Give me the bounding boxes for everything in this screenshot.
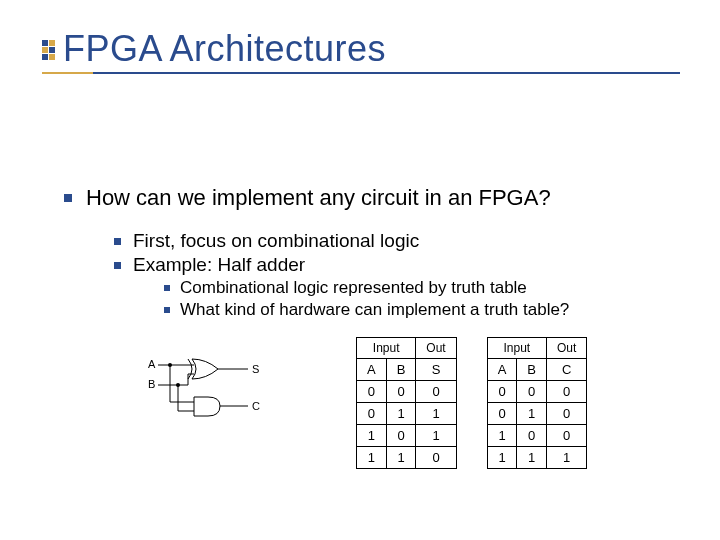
header-out: Out — [547, 338, 587, 359]
bullet-level3: Combinational logic represented by truth… — [164, 278, 720, 298]
table-row: 000 — [487, 381, 587, 403]
title-decoration — [42, 40, 55, 61]
bullet-text: Combinational logic represented by truth… — [180, 278, 527, 298]
truth-tables: Input Out A B S 000 011 101 110 Input Ou… — [356, 337, 587, 469]
col-a: A — [487, 359, 517, 381]
col-c: C — [547, 359, 587, 381]
bullet-text: What kind of hardware can implement a tr… — [180, 300, 569, 320]
bullet-text: Example: Half adder — [133, 254, 305, 276]
slide-body: How can we implement any circuit in an F… — [0, 74, 720, 320]
title-bar: FPGA Architectures — [0, 0, 720, 70]
bullet-level3: What kind of hardware can implement a tr… — [164, 300, 720, 320]
bullet-level1: How can we implement any circuit in an F… — [64, 184, 720, 212]
table-row: 011 — [357, 403, 457, 425]
bullet-text: First, focus on combinational logic — [133, 230, 419, 252]
half-adder-circuit-diagram: A B S C — [148, 356, 268, 426]
truth-table-sum: Input Out A B S 000 011 101 110 — [356, 337, 457, 469]
col-b: B — [386, 359, 416, 381]
header-out: Out — [416, 338, 456, 359]
bullet-icon — [114, 262, 121, 269]
bullet-icon — [64, 194, 72, 202]
label-b: B — [148, 378, 155, 390]
truth-table-carry: Input Out A B C 000 010 100 111 — [487, 337, 588, 469]
label-c: C — [252, 400, 260, 412]
label-s: S — [252, 363, 259, 375]
table-row: 010 — [487, 403, 587, 425]
table-row: 111 — [487, 447, 587, 469]
label-a: A — [148, 358, 156, 370]
table-row: 000 — [357, 381, 457, 403]
bullet-icon — [114, 238, 121, 245]
bullet-text: How can we implement any circuit in an F… — [86, 184, 551, 212]
bullet-icon — [164, 307, 170, 313]
col-s: S — [416, 359, 456, 381]
bullet-icon — [164, 285, 170, 291]
col-a: A — [357, 359, 387, 381]
bullet-level2: First, focus on combinational logic — [114, 230, 720, 252]
table-row: 100 — [487, 425, 587, 447]
table-row: 110 — [357, 447, 457, 469]
header-input: Input — [487, 338, 546, 359]
page-title: FPGA Architectures — [63, 28, 386, 70]
table-row: 101 — [357, 425, 457, 447]
bullet-level2: Example: Half adder — [114, 254, 720, 276]
col-b: B — [517, 359, 547, 381]
header-input: Input — [357, 338, 416, 359]
